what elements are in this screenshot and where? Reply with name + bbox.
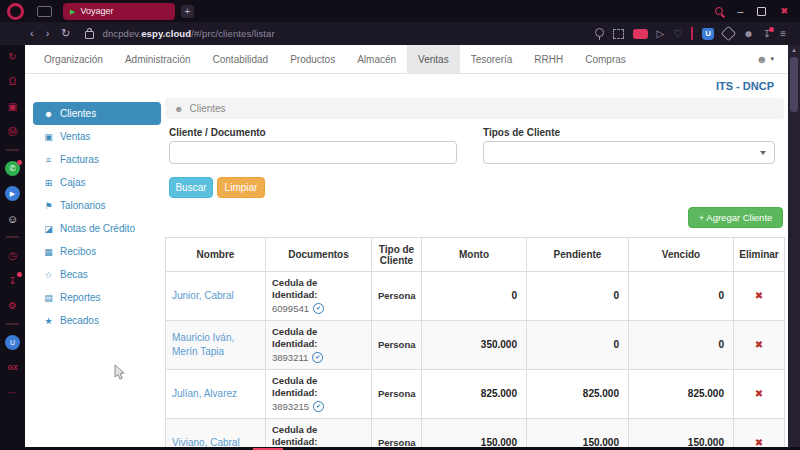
new-tab-button[interactable]: +	[181, 5, 194, 18]
close-button[interactable]: ✖	[780, 7, 788, 16]
extension-icon[interactable]	[721, 26, 737, 42]
strip-divider[interactable]	[6, 323, 19, 325]
settings-icon[interactable]: ⚙	[5, 298, 20, 313]
main-content: ☻ Clientes Cliente / Documento Tipos de …	[163, 95, 786, 450]
sidebar-item-label: Recibos	[60, 246, 96, 257]
client-document-input[interactable]	[169, 141, 457, 164]
app-sidebar: ☻ Clientes ▣ Ventas ≡ Facturas ⊞ Cajas ⚑…	[33, 102, 161, 332]
more-icon[interactable]: ⋯	[5, 385, 20, 400]
downloads-tray-icon[interactable]: ↧	[763, 29, 771, 39]
nav-item[interactable]: Almacén	[346, 45, 407, 73]
shield-extension-icon[interactable]: U	[5, 335, 20, 350]
sidebar-play-icon[interactable]: ▷	[657, 29, 665, 39]
sidebar-item-notas-de-credito[interactable]: ◪ Notas de Crédito	[33, 217, 161, 240]
sidebar-item-label: Becas	[60, 269, 88, 280]
menu-icon[interactable]: ≡	[780, 29, 786, 39]
nav-item[interactable]: Organización	[33, 45, 114, 73]
col-header-vencido: Vencido	[629, 238, 734, 272]
gx-control-icon[interactable]: GX	[5, 360, 20, 375]
client-document-label: Cliente / Documento	[169, 127, 266, 138]
sidebar-item-talonarios[interactable]: ⚑ Talonarios	[33, 194, 161, 217]
forward-button[interactable]: ›	[46, 28, 50, 39]
strip-divider[interactable]	[6, 149, 19, 151]
client-name-link[interactable]: Julían, Alvarez	[172, 388, 237, 399]
telegram-icon[interactable]: ▶	[5, 186, 20, 201]
user-icon: ☻	[756, 53, 768, 65]
whatsapp-icon[interactable]: ✆	[5, 161, 20, 176]
sidebar-item-cajas[interactable]: ⊞ Cajas	[33, 171, 161, 194]
reload-button[interactable]: ↻	[61, 28, 70, 39]
document-type-label: Cedula de Identidad:	[272, 277, 365, 302]
bookmark-heart-icon[interactable]: ♡	[673, 29, 682, 39]
scroll-up-icon[interactable]: ▴	[788, 46, 800, 53]
minimize-button[interactable]: –	[737, 6, 743, 17]
clients-table: Nombre Documentos Tipo de Cliente Monto …	[165, 237, 785, 450]
opera-logo-icon[interactable]	[7, 3, 24, 20]
delete-icon[interactable]: ✖	[755, 388, 763, 399]
refresh-icon[interactable]: ↻	[5, 49, 20, 64]
chevron-down-icon: ▾	[770, 55, 774, 63]
client-name-link[interactable]: Junior, Cabral	[172, 290, 234, 301]
sidebar-item-reportes[interactable]: ▤ Reportes	[33, 286, 161, 309]
workspace-icon[interactable]	[37, 6, 52, 17]
bell-icon[interactable]: Ω	[5, 74, 20, 89]
table-row: Viviano, Cabral Cedula de Identidad: 123…	[166, 418, 785, 450]
pendiente-cell: 150.000	[527, 418, 629, 450]
profile-icon[interactable]: ☻	[743, 29, 754, 39]
url-bar: ‹ › ↻ dncpdev.espy.cloud/#/prc/clientes/…	[0, 22, 800, 45]
sidebar-item-facturas[interactable]: ≡ Facturas	[33, 148, 161, 171]
nav-item[interactable]: Contabilidad	[202, 45, 280, 73]
client-type-cell: Persona	[372, 272, 422, 321]
star-icon: ★	[43, 316, 54, 326]
history-icon[interactable]: ◷	[5, 248, 20, 263]
nav-item[interactable]: Compras	[574, 45, 637, 73]
clear-button[interactable]: Limpiar	[217, 177, 265, 198]
nav-item[interactable]: RRHH	[523, 45, 574, 73]
lock-icon[interactable]	[85, 31, 94, 39]
sidebar-item-recibos[interactable]: ▦ Recibos	[33, 240, 161, 263]
strip-divider[interactable]	[6, 236, 19, 238]
sidebar-item-clientes[interactable]: ☻ Clientes	[33, 102, 161, 125]
browser-tab[interactable]: ▶ Voyager	[63, 3, 175, 20]
address-field[interactable]: dncpdev.espy.cloud/#/prc/clientes/listar	[103, 28, 275, 39]
pin-icon[interactable]	[595, 28, 604, 37]
maximize-button[interactable]	[757, 7, 766, 16]
vpn-badge-icon[interactable]	[633, 29, 648, 39]
client-name-link[interactable]: Mauricio Iván, Merín Tapia	[172, 332, 234, 357]
messenger-icon[interactable]: ▣	[5, 99, 20, 114]
sidebar-item-becas[interactable]: ☆ Becas	[33, 263, 161, 286]
add-client-button[interactable]: + Agregar Cliente	[688, 207, 783, 228]
nav-item[interactable]: Administración	[114, 45, 202, 73]
window-controls: – ✖	[715, 6, 800, 17]
scrollbar-thumb[interactable]	[790, 57, 798, 112]
sidebar-item-becados[interactable]: ★ Becados	[33, 309, 161, 332]
user-menu[interactable]: ☻ ▾	[756, 45, 774, 73]
verified-check-icon: ✔	[313, 303, 324, 314]
ublock-extension-icon[interactable]: U	[702, 28, 714, 40]
app-top-nav: Organización Administración Contabilidad…	[25, 45, 788, 74]
sidebar-item-label: Talonarios	[60, 200, 106, 211]
page-title: Clientes	[189, 103, 225, 114]
col-header-documentos: Documentos	[266, 238, 372, 272]
page-scrollbar[interactable]: ▴	[788, 45, 800, 450]
delete-icon[interactable]: ✖	[755, 339, 763, 350]
sales-icon: ▣	[43, 132, 54, 142]
back-button[interactable]: ‹	[30, 28, 34, 39]
client-type-label: Tipos de Cliente	[483, 127, 560, 138]
search-icon[interactable]	[715, 7, 723, 15]
nav-item[interactable]: Tesorería	[460, 45, 524, 73]
sidebar-item-label: Reportes	[60, 292, 101, 303]
delete-icon[interactable]: ✖	[755, 290, 763, 301]
snapshot-icon[interactable]	[613, 29, 624, 39]
client-type-select[interactable]	[483, 141, 775, 164]
m-app-icon[interactable]: Ⓜ	[5, 124, 20, 139]
col-header-tipo: Tipo de Cliente	[372, 238, 422, 272]
discord-icon[interactable]: ☺	[5, 211, 20, 226]
table-row: Julían, Alvarez Cedula de Identidad: 389…	[166, 369, 785, 418]
nav-item[interactable]: Ventas	[407, 45, 460, 73]
browser-side-strip: ↻ Ω ▣ Ⓜ ✆ ▶ ☺ ◷ ↧ ⚙ U GX ⋯	[0, 45, 25, 450]
sidebar-item-ventas[interactable]: ▣ Ventas	[33, 125, 161, 148]
search-button[interactable]: Buscar	[169, 177, 213, 198]
downloads-icon[interactable]: ↧	[5, 273, 20, 288]
nav-item[interactable]: Productos	[279, 45, 346, 73]
